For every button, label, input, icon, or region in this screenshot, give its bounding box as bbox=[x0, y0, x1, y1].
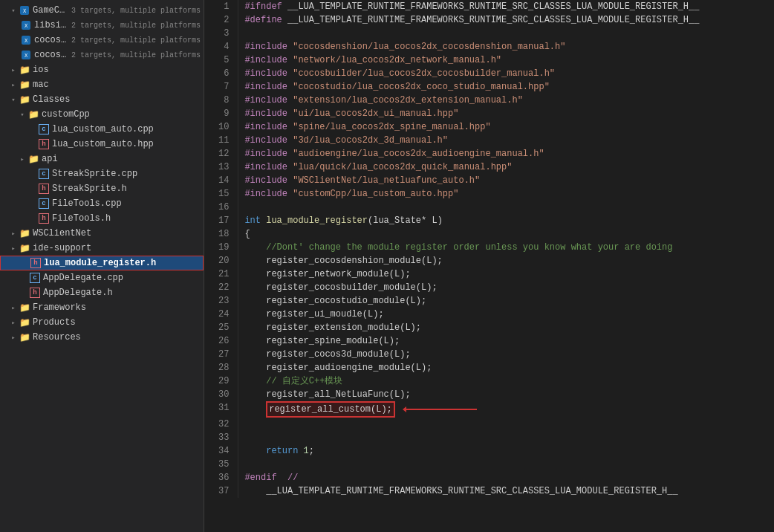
chevron-icon bbox=[9, 80, 18, 89]
sidebar-item-appdelegate_cpp[interactable]: cAppDelegate.cpp bbox=[0, 270, 204, 285]
chevron-placeholder bbox=[27, 184, 37, 193]
line-number: 4 bbox=[204, 40, 238, 53]
sidebar-item-libsimulator[interactable]: Xlibsimulator.xcodeproj2 targets, multip… bbox=[0, 18, 204, 33]
sidebar-item-frameworks[interactable]: 📁Frameworks bbox=[0, 300, 204, 315]
sidebar-item-lua_custom_auto_h[interactable]: hlua_custom_auto.hpp bbox=[0, 137, 204, 152]
code-line: 9#include "ui/lua_cocos2dx_ui_manual.hpp… bbox=[204, 107, 774, 120]
chevron-placeholder bbox=[27, 169, 37, 178]
sidebar-item-filetools_h[interactable]: hFileTools.h bbox=[0, 211, 204, 226]
sidebar-item-cocos2d_libs[interactable]: Xcocos2d_libs.xcodeproj2 targets, multip… bbox=[0, 48, 204, 62]
line-number: 21 bbox=[204, 267, 238, 281]
chevron-placeholder bbox=[19, 259, 29, 267]
code-line: 25 register_extension_module(L); bbox=[204, 321, 774, 334]
folder-icon: 📁 bbox=[19, 94, 30, 105]
token-str: "lua/quick/lua_cocos2dx_quick_manual.hpp… bbox=[293, 162, 512, 172]
line-number: 10 bbox=[204, 120, 238, 134]
sidebar-item-ios[interactable]: 📁ios bbox=[0, 62, 204, 77]
line-content: #include "WSClientNet/lua_netluafunc_aut… bbox=[238, 174, 774, 187]
sidebar-item-label: lua_module_register.h bbox=[44, 258, 200, 268]
sidebar-item-lua_custom_auto_cpp[interactable]: clua_custom_auto.cpp bbox=[0, 122, 204, 137]
line-number: 8 bbox=[204, 94, 238, 107]
line-number: 34 bbox=[204, 444, 238, 458]
line-number: 31 bbox=[204, 401, 238, 418]
sidebar-item-sublabel: 2 targets, multiple platforms bbox=[71, 22, 201, 30]
sidebar-item-label: Products bbox=[33, 317, 201, 328]
token-str: "audioengine/lua_cocos2dx_audioengine_ma… bbox=[293, 149, 544, 159]
code-editor[interactable]: 1#ifndef __LUA_TEMPLATE_RUNTIME_FRAMEWOR… bbox=[204, 0, 774, 532]
sidebar-item-label: customCpp bbox=[42, 109, 201, 120]
line-content: return 1; bbox=[238, 444, 774, 458]
folder-icon: 📁 bbox=[28, 154, 39, 164]
line-content: register_all_NetLuaFunc(L); bbox=[238, 388, 774, 401]
line-number: 9 bbox=[204, 107, 238, 120]
line-number: 19 bbox=[204, 241, 238, 254]
sidebar-item-products[interactable]: 📁Products bbox=[0, 315, 204, 330]
token-plain bbox=[244, 404, 266, 415]
h-file-icon: h bbox=[39, 139, 49, 149]
line-number: 16 bbox=[204, 201, 238, 214]
line-number: 25 bbox=[204, 321, 238, 334]
sidebar-item-lua_module_register_h[interactable]: hlua_module_register.h bbox=[0, 256, 204, 270]
sidebar-item-resources[interactable]: 📁Resources bbox=[0, 330, 204, 345]
token-plain: register_all_NetLuaFunc(L); bbox=[244, 389, 410, 400]
folder-icon: 📁 bbox=[19, 80, 30, 90]
token-num: 1 bbox=[304, 446, 309, 456]
chevron-icon bbox=[18, 110, 27, 119]
code-line: 37 __LUA_TEMPLATE_RUNTIME_FRAMEWORKS_RUN… bbox=[204, 484, 774, 498]
line-number: 11 bbox=[204, 134, 238, 147]
sidebar-item-cocos2d_lua[interactable]: Xcocos2d_lua_bindings.xcodeproj2 targets… bbox=[0, 33, 204, 48]
folder-icon: 📁 bbox=[19, 228, 30, 239]
line-content: #include "cocosdenshion/lua_cocos2dx_coc… bbox=[238, 40, 774, 53]
line-number: 35 bbox=[204, 458, 238, 471]
line-content: #include "cocostudio/lua_cocos2dx_coco_s… bbox=[238, 80, 774, 94]
line-number: 37 bbox=[204, 484, 238, 498]
token-kw: int bbox=[244, 215, 266, 226]
line-number: 14 bbox=[204, 174, 238, 187]
line-content bbox=[238, 201, 774, 214]
sidebar-item-streaksprite_h[interactable]: hStreakSprite.h bbox=[0, 181, 204, 196]
line-number: 24 bbox=[204, 308, 238, 321]
code-line: 4#include "cocosdenshion/lua_cocos2dx_co… bbox=[204, 40, 774, 53]
token-pp: #define bbox=[244, 15, 287, 25]
token-str: "cocosdenshion/lua_cocos2dx_cocosdenshio… bbox=[293, 42, 565, 52]
code-line: 15#include "customCpp/lua_custom_auto.hp… bbox=[204, 187, 774, 201]
h-file-icon: h bbox=[30, 288, 40, 298]
sidebar-item-classes[interactable]: 📁Classes bbox=[0, 92, 204, 107]
sidebar-item-customcpp[interactable]: 📁customCpp bbox=[0, 107, 204, 122]
sidebar-item-ide_support[interactable]: 📁ide-support bbox=[0, 241, 204, 256]
sidebar-item-label: GameClient bbox=[33, 5, 68, 16]
sidebar-item-api[interactable]: 📁api bbox=[0, 152, 204, 166]
sidebar-item-label: lua_custom_auto.cpp bbox=[52, 124, 201, 134]
token-fn: lua_module_register bbox=[266, 215, 368, 226]
chevron-placeholder bbox=[9, 21, 19, 30]
token-cm: //Dont' change the module register order… bbox=[244, 242, 672, 253]
line-number: 22 bbox=[204, 281, 238, 294]
code-line: 14#include "WSClientNet/lua_netluafunc_a… bbox=[204, 174, 774, 187]
token-str: "WSClientNet/lua_netluafunc_auto.h" bbox=[293, 175, 480, 186]
sidebar-item-streaksprite_cpp[interactable]: cStreakSprite.cpp bbox=[0, 166, 204, 181]
line-content: #ifndef __LUA_TEMPLATE_RUNTIME_FRAMEWORK… bbox=[238, 0, 774, 13]
svg-marker-9 bbox=[403, 406, 406, 412]
sidebar-item-label: FileTools.cpp bbox=[52, 198, 201, 209]
line-number: 32 bbox=[204, 418, 238, 431]
line-content: register_cocosdenshion_module(L); bbox=[238, 254, 774, 267]
token-pp: #include bbox=[244, 68, 293, 79]
sidebar-item-mac[interactable]: 📁mac bbox=[0, 77, 204, 92]
sidebar-item-wsclientnet[interactable]: 📁WSClientNet bbox=[0, 226, 204, 241]
chevron-placeholder bbox=[18, 288, 28, 297]
sidebar-item-filetools_cpp[interactable]: cFileTools.cpp bbox=[0, 196, 204, 211]
line-number: 15 bbox=[204, 187, 238, 201]
cpp-file-icon: c bbox=[39, 169, 49, 179]
token-cm: // 自定义C++模块 bbox=[244, 376, 342, 386]
sidebar-item-appdelegate_h[interactable]: hAppDelegate.h bbox=[0, 285, 204, 300]
chevron-icon bbox=[9, 303, 18, 312]
line-content: register_spine_module(L); bbox=[238, 334, 774, 348]
token-kw: return bbox=[244, 446, 303, 456]
token-pp: #include bbox=[244, 189, 293, 199]
token-pp: #endif // bbox=[244, 473, 298, 483]
line-content: #include "ui/lua_cocos2dx_ui_manual.hpp" bbox=[238, 107, 774, 120]
token-str: "cocosbuilder/lua_cocos2dx_cocosbuilder_… bbox=[293, 68, 555, 79]
sidebar-item-gameclient[interactable]: XGameClient3 targets, multiple platforms bbox=[0, 3, 204, 18]
code-line: 22 register_cocosbuilder_module(L); bbox=[204, 281, 774, 294]
code-line: 34 return 1; bbox=[204, 444, 774, 458]
